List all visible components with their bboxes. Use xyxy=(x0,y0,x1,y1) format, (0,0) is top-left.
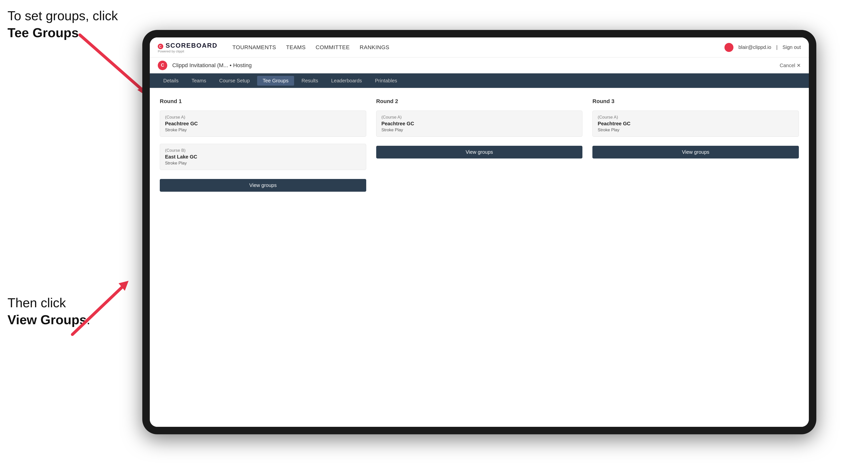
logo-area: C SCOREBOARD Powered by clippit xyxy=(158,42,217,53)
svg-line-0 xyxy=(80,35,142,90)
round-3-course-a-card: (Course A) Peachtree GC Stroke Play xyxy=(592,111,799,137)
tablet-device: C SCOREBOARD Powered by clippit TOURNAME… xyxy=(142,30,816,434)
rounds-grid: Round 1 (Course A) Peachtree GC Stroke P… xyxy=(160,98,799,192)
round-2-section: Round 2 (Course A) Peachtree GC Stroke P… xyxy=(376,98,583,192)
round-3-course-a-format: Stroke Play xyxy=(598,128,794,132)
nav-committee[interactable]: COMMITTEE xyxy=(315,44,350,51)
sign-out-link[interactable]: Sign out xyxy=(783,44,801,50)
round-2-course-a-format: Stroke Play xyxy=(381,128,578,132)
event-title: Clippd Invitational (M... • Hosting xyxy=(172,62,775,69)
instruction-bottom-line1: Then click xyxy=(7,295,66,310)
event-logo: C xyxy=(158,61,167,70)
logo-text: C SCOREBOARD xyxy=(158,42,217,50)
arrow-bottom-icon xyxy=(65,270,135,339)
round-3-course-a-name: Peachtree GC xyxy=(598,121,794,127)
nav-teams[interactable]: TEAMS xyxy=(286,44,306,51)
event-logo-letter: C xyxy=(161,63,164,68)
main-nav: TOURNAMENTS TEAMS COMMITTEE RANKINGS xyxy=(232,44,714,51)
tab-details[interactable]: Details xyxy=(158,76,184,86)
round-1-course-b-label: (Course B) xyxy=(165,148,361,153)
sub-header: C Clippd Invitational (M... • Hosting Ca… xyxy=(150,57,809,73)
nav-rankings[interactable]: RANKINGS xyxy=(360,44,390,51)
round-1-course-a-label: (Course A) xyxy=(165,115,361,120)
tab-tee-groups[interactable]: Tee Groups xyxy=(257,76,294,86)
logo-wordmark: SCOREBOARD xyxy=(165,42,217,49)
round-2-course-a-label: (Course A) xyxy=(381,115,578,120)
round-1-section: Round 1 (Course A) Peachtree GC Stroke P… xyxy=(160,98,366,192)
top-nav: C SCOREBOARD Powered by clippit TOURNAME… xyxy=(150,37,809,57)
instruction-top-line2: Tee Groups xyxy=(7,26,79,40)
pipe-separator: | xyxy=(776,44,777,50)
tab-leaderboards[interactable]: Leaderboards xyxy=(326,76,367,86)
round-2-course-a-card: (Course A) Peachtree GC Stroke Play xyxy=(376,111,583,137)
tab-teams[interactable]: Teams xyxy=(186,76,212,86)
round-3-view-groups-button[interactable]: View groups xyxy=(592,146,799,158)
round-1-course-a-card: (Course A) Peachtree GC Stroke Play xyxy=(160,111,366,137)
round-2-view-groups-button[interactable]: View groups xyxy=(376,146,583,158)
tab-printables[interactable]: Printables xyxy=(369,76,403,86)
round-2-course-a-name: Peachtree GC xyxy=(381,121,578,127)
user-avatar xyxy=(724,43,734,52)
round-1-course-b-card: (Course B) East Lake GC Stroke Play xyxy=(160,144,366,170)
instruction-top-line1: To set groups, click xyxy=(7,8,118,23)
tablet-screen: C SCOREBOARD Powered by clippit TOURNAME… xyxy=(150,37,809,427)
round-3-course-a-label: (Course A) xyxy=(598,115,794,120)
tab-nav: Details Teams Course Setup Tee Groups Re… xyxy=(150,73,809,88)
nav-tournaments[interactable]: TOURNAMENTS xyxy=(232,44,276,51)
logo-sub: Powered by clippit xyxy=(158,50,217,53)
svg-line-2 xyxy=(72,284,125,335)
round-1-view-groups-button[interactable]: View groups xyxy=(160,179,366,192)
cancel-button[interactable]: Cancel ✕ xyxy=(780,62,801,68)
nav-right: blair@clippd.io | Sign out xyxy=(724,43,801,52)
tab-results[interactable]: Results xyxy=(296,76,324,86)
round-3-title: Round 3 xyxy=(592,98,799,104)
arrow-top-icon xyxy=(72,30,152,100)
round-3-section: Round 3 (Course A) Peachtree GC Stroke P… xyxy=(592,98,799,192)
round-1-course-a-name: Peachtree GC xyxy=(165,121,361,127)
round-2-title: Round 2 xyxy=(376,98,583,104)
round-1-course-b-name: East Lake GC xyxy=(165,154,361,160)
logo-c: C xyxy=(158,44,163,49)
round-1-course-a-format: Stroke Play xyxy=(165,128,361,132)
main-content: Round 1 (Course A) Peachtree GC Stroke P… xyxy=(150,88,809,427)
round-1-course-b-format: Stroke Play xyxy=(165,161,361,166)
tab-course-setup[interactable]: Course Setup xyxy=(214,76,255,86)
round-1-title: Round 1 xyxy=(160,98,366,104)
user-email: blair@clippd.io xyxy=(738,44,771,50)
